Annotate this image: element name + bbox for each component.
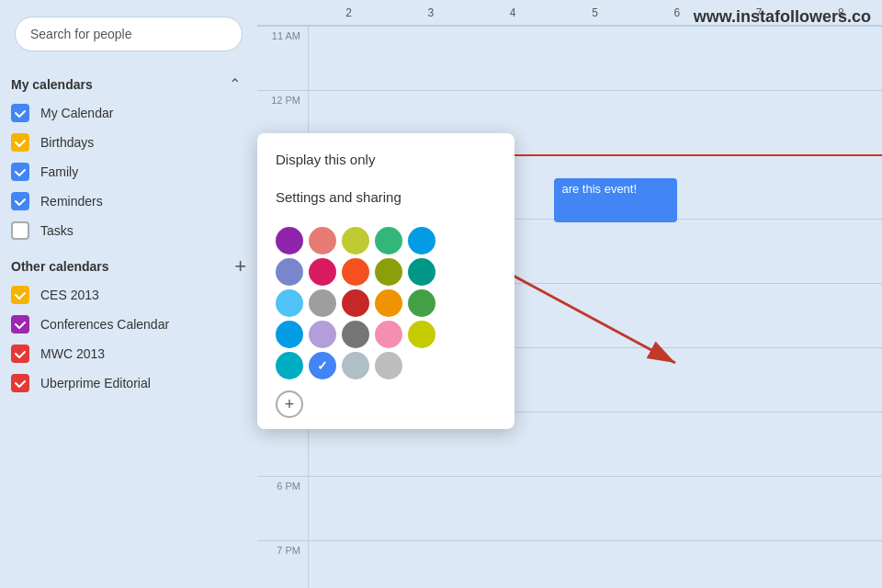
context-menu: Display this only Settings and sharing ✓…: [257, 133, 514, 429]
time-label-7pm: 7 PM: [257, 541, 308, 556]
color-dot[interactable]: [408, 227, 435, 254]
color-dot[interactable]: [276, 227, 303, 254]
my-calendars-label: My calendars: [11, 77, 93, 92]
calendar-item-conferences[interactable]: Conferences Calendar: [0, 310, 250, 339]
add-color-button[interactable]: +: [276, 390, 303, 418]
label-mwc2013: MWC 2013: [40, 346, 105, 361]
color-dot[interactable]: [342, 352, 369, 379]
color-dot[interactable]: [375, 227, 402, 254]
label-conferences: Conferences Calendar: [40, 317, 169, 332]
checkbox-reminders[interactable]: [11, 192, 29, 210]
label-reminders: Reminders: [40, 194, 103, 209]
time-row-11am: 11 AM: [257, 26, 882, 90]
label-uberprime: Uberprime Editorial: [40, 376, 151, 390]
checkbox-uberprime[interactable]: [11, 374, 29, 392]
checkbox-tasks[interactable]: [11, 221, 29, 240]
my-calendars-section: My calendars ⌃: [0, 66, 257, 98]
day-num-5: 5: [554, 6, 636, 19]
color-dot[interactable]: [408, 258, 435, 286]
checkbox-ces2013[interactable]: [11, 286, 29, 304]
color-grid: ✓: [257, 220, 514, 387]
color-dot[interactable]: [309, 258, 336, 286]
color-dot[interactable]: [276, 321, 303, 348]
time-cells-6pm[interactable]: [308, 477, 882, 540]
checkbox-mwc2013[interactable]: [11, 345, 29, 363]
color-dot[interactable]: [342, 258, 369, 286]
time-cells-11am[interactable]: [308, 27, 882, 90]
label-family: Family: [40, 164, 78, 179]
label-birthdays: Birthdays: [40, 135, 94, 150]
search-input[interactable]: Search for people: [15, 17, 243, 51]
color-dot[interactable]: [309, 321, 336, 348]
add-other-calendar-button[interactable]: +: [234, 256, 246, 277]
sidebar: Search for people My calendars ⌃ My Cale…: [0, 0, 257, 588]
calendar-item-uberprime[interactable]: Uberprime Editorial: [0, 368, 250, 398]
calendar-item-my-calendar[interactable]: My Calendar: [0, 98, 250, 128]
app-container: Search for people My calendars ⌃ My Cale…: [0, 0, 882, 588]
color-dot[interactable]: [309, 289, 336, 317]
event-block[interactable]: are this event!: [554, 178, 677, 222]
checkbox-my-calendar[interactable]: [11, 104, 29, 122]
context-menu-item-display-only[interactable]: Display this only: [257, 141, 514, 178]
color-dot[interactable]: [375, 258, 402, 286]
collapse-my-calendars-button[interactable]: ⌃: [223, 74, 246, 95]
color-dot[interactable]: [408, 321, 435, 348]
day-num-4: 4: [472, 6, 554, 19]
label-my-calendar: My Calendar: [40, 106, 113, 120]
color-dot[interactable]: ✓: [309, 352, 336, 379]
checkbox-conferences[interactable]: [11, 315, 29, 334]
other-calendars-section: Other calendars +: [0, 245, 257, 280]
color-dot[interactable]: [342, 227, 369, 254]
day-num-2: 2: [308, 6, 390, 19]
calendar-item-birthdays[interactable]: Birthdays: [0, 128, 250, 157]
color-dot[interactable]: [276, 352, 303, 379]
time-row-7pm: 7 PM: [257, 540, 882, 588]
time-row-6pm: 6 PM: [257, 476, 882, 540]
other-calendars-label: Other calendars: [11, 259, 109, 274]
color-dot[interactable]: [342, 321, 369, 348]
watermark: www.instafollowers.co: [694, 7, 871, 27]
checkbox-family[interactable]: [11, 163, 29, 181]
label-tasks: Tasks: [40, 223, 74, 238]
label-ces2013: CES 2013: [40, 288, 99, 302]
day-num-3: 3: [390, 6, 471, 19]
time-label-6pm: 6 PM: [257, 477, 308, 492]
color-dot[interactable]: [375, 289, 402, 317]
color-dot[interactable]: [342, 289, 369, 317]
calendar-item-family[interactable]: Family: [0, 157, 250, 187]
color-dot[interactable]: [375, 321, 402, 348]
color-dot[interactable]: [276, 258, 303, 286]
time-cells-7pm[interactable]: [308, 541, 882, 588]
calendar-item-tasks[interactable]: Tasks: [0, 216, 250, 245]
checkbox-birthdays[interactable]: [11, 133, 29, 152]
color-dot[interactable]: [375, 352, 402, 379]
color-dot[interactable]: [309, 227, 336, 254]
calendar-item-reminders[interactable]: Reminders: [0, 187, 250, 216]
time-label-11am: 11 AM: [257, 27, 308, 41]
time-label-12pm: 12 PM: [257, 91, 308, 106]
calendar-item-mwc2013[interactable]: MWC 2013: [0, 339, 250, 368]
calendar-item-ces2013[interactable]: CES 2013: [0, 280, 250, 310]
color-dot[interactable]: [408, 289, 435, 317]
context-menu-item-settings[interactable]: Settings and sharing: [257, 178, 514, 216]
color-dot[interactable]: [276, 289, 303, 317]
event-label: are this event!: [561, 182, 637, 196]
